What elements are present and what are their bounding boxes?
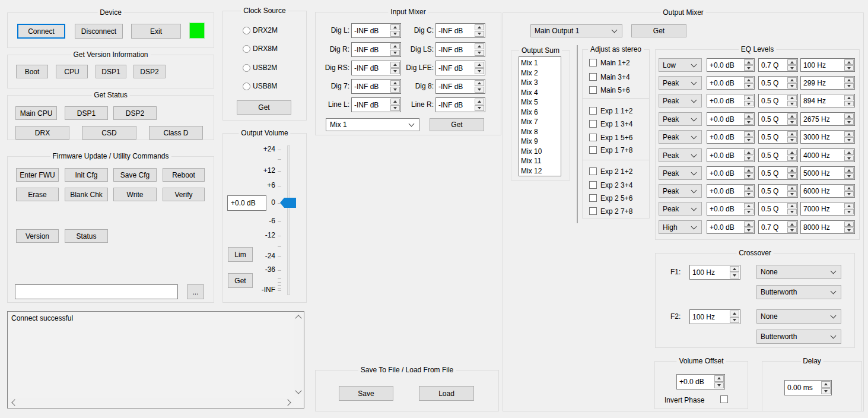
lim-button[interactable]: Lim — [228, 247, 253, 262]
spinner-down-icon[interactable] — [744, 156, 753, 161]
eq-row-5-freq-spinner[interactable]: 3000 Hz — [800, 130, 855, 144]
spinner-down-icon[interactable] — [744, 83, 753, 88]
dig-7-level-spinner[interactable]: -INF dB — [351, 79, 401, 94]
spinner-down-icon[interactable] — [744, 119, 753, 125]
spinner-down-icon[interactable] — [744, 101, 753, 106]
spinner-up-icon[interactable] — [744, 167, 753, 173]
dig-lfe-level-spinner[interactable]: -INF dB — [435, 61, 485, 75]
spinner-down-icon[interactable] — [744, 191, 753, 197]
eq-row-3-q-spinner[interactable]: 0.5 Q — [758, 94, 798, 107]
f1-type-combo[interactable]: Butterworth — [756, 285, 841, 299]
radio-usb2m[interactable] — [243, 64, 250, 72]
dsp1-version-button[interactable]: DSP1 — [96, 65, 126, 78]
spinner-down-icon[interactable] — [730, 317, 739, 323]
spinner-up-icon[interactable] — [844, 185, 854, 191]
mix-select-combo[interactable]: Mix 1 — [326, 118, 419, 131]
list-item[interactable]: Mix 9 — [521, 137, 561, 147]
spinner-up-icon[interactable] — [475, 99, 484, 104]
spinner-up-icon[interactable] — [744, 185, 753, 191]
spinner-up-icon[interactable] — [744, 113, 753, 119]
spinner-up-icon[interactable] — [475, 24, 484, 30]
clock-get-button[interactable]: Get — [237, 100, 291, 115]
delay-spinner[interactable]: 0.00 ms — [784, 380, 832, 395]
eq-row-9-freq-spinner[interactable]: 7000 Hz — [800, 202, 855, 216]
spinner-up-icon[interactable] — [787, 150, 797, 155]
list-item[interactable]: Mix 7 — [521, 117, 561, 127]
stereo-checkbox-exp1-5-6[interactable] — [589, 134, 597, 141]
eq-row-3-gain-spinner[interactable]: +0.0 dB — [707, 94, 755, 107]
exit-button[interactable]: Exit — [131, 24, 181, 39]
spinner-up-icon[interactable] — [390, 99, 400, 104]
spinner-up-icon[interactable] — [787, 77, 797, 83]
eq-row-2-gain-spinner[interactable]: +0.0 dB — [707, 76, 755, 90]
spinner-down-icon[interactable] — [844, 191, 854, 197]
spinner-down-icon[interactable] — [844, 227, 854, 233]
list-item[interactable]: Mix 1 — [521, 58, 561, 68]
spinner-down-icon[interactable] — [787, 137, 797, 142]
cpu-version-button[interactable]: CPU — [56, 65, 88, 78]
spinner-down-icon[interactable] — [475, 50, 484, 56]
stereo-checkbox-exp1-7-8[interactable] — [589, 146, 597, 154]
eq-row-9-type-combo[interactable]: Peak — [659, 202, 702, 216]
scroll-up-icon[interactable] — [295, 315, 301, 321]
eq-row-1-type-combo[interactable]: Low — [659, 58, 702, 72]
spinner-down-icon[interactable] — [844, 173, 854, 179]
spinner-down-icon[interactable] — [787, 101, 797, 106]
spinner-down-icon[interactable] — [475, 68, 484, 74]
spinner-up-icon[interactable] — [844, 59, 854, 65]
eq-row-2-q-spinner[interactable]: 0.5 Q — [758, 76, 798, 90]
eq-row-1-freq-spinner[interactable]: 100 Hz — [800, 58, 855, 72]
list-item[interactable]: Mix 8 — [521, 127, 561, 137]
firmware-file-input[interactable] — [15, 284, 178, 299]
spinner-up-icon[interactable] — [787, 221, 797, 227]
list-item[interactable]: Mix 5 — [521, 97, 561, 107]
connect-button[interactable]: Connect — [17, 24, 65, 39]
spinner-up-icon[interactable] — [844, 221, 854, 227]
spinner-down-icon[interactable] — [787, 65, 797, 71]
eq-row-8-q-spinner[interactable]: 0.5 Q — [758, 184, 798, 198]
spinner-up-icon[interactable] — [787, 185, 797, 191]
spinner-down-icon[interactable] — [390, 68, 400, 74]
log-listbox[interactable]: Connect successful — [7, 311, 304, 408]
eq-row-10-gain-spinner[interactable]: +0.0 dB — [707, 220, 755, 234]
spinner-down-icon[interactable] — [730, 273, 739, 278]
stereo-checkbox-main-3-4[interactable] — [589, 73, 597, 81]
dig-8-level-spinner[interactable]: -INF dB — [435, 79, 485, 94]
log-vertical-scrollbar[interactable] — [294, 312, 303, 398]
eq-row-6-type-combo[interactable]: Peak — [659, 148, 702, 162]
f1-freq-spinner[interactable]: 100 Hz — [689, 265, 740, 280]
scroll-down-icon[interactable] — [295, 387, 301, 394]
output-select-combo[interactable]: Main Output 1 — [530, 24, 622, 37]
spinner-down-icon[interactable] — [787, 83, 797, 88]
f2-type-combo[interactable]: Butterworth — [756, 330, 841, 344]
main-cpu-status-button[interactable]: Main CPU — [15, 106, 57, 120]
spinner-up-icon[interactable] — [744, 131, 753, 137]
spinner-up-icon[interactable] — [475, 43, 484, 49]
eq-row-9-gain-spinner[interactable]: +0.0 dB — [707, 202, 755, 216]
spinner-down-icon[interactable] — [714, 382, 724, 389]
eq-row-6-gain-spinner[interactable]: +0.0 dB — [707, 148, 755, 162]
spinner-up-icon[interactable] — [787, 167, 797, 173]
line-r-level-spinner[interactable]: -INF dB — [435, 97, 485, 112]
status-button[interactable]: Status — [65, 229, 108, 243]
spinner-down-icon[interactable] — [787, 119, 797, 125]
f1-filter-combo[interactable]: None — [756, 265, 841, 279]
stereo-checkbox-exp2-5-6[interactable] — [589, 194, 597, 202]
class-d-status-button[interactable]: Class D — [149, 126, 203, 140]
spinner-up-icon[interactable] — [787, 95, 797, 100]
stereo-checkbox-exp1-3-4[interactable] — [589, 120, 597, 128]
eq-row-7-gain-spinner[interactable]: +0.0 dB — [707, 166, 755, 180]
spinner-up-icon[interactable] — [844, 95, 854, 100]
eq-row-7-freq-spinner[interactable]: 5000 Hz — [800, 166, 855, 180]
spinner-down-icon[interactable] — [390, 31, 400, 37]
spinner-up-icon[interactable] — [744, 95, 753, 100]
spinner-down-icon[interactable] — [744, 173, 753, 179]
spinner-up-icon[interactable] — [730, 311, 739, 316]
output-volume-value[interactable]: +0.0 dB — [227, 195, 266, 211]
eq-row-10-type-combo[interactable]: High — [659, 220, 702, 234]
save-button[interactable]: Save — [339, 386, 393, 401]
stereo-checkbox-exp2-1-2[interactable] — [589, 167, 597, 175]
eq-row-6-freq-spinner[interactable]: 4000 Hz — [800, 148, 855, 162]
eq-row-3-type-combo[interactable]: Peak — [659, 94, 702, 107]
input-mixer-get-button[interactable]: Get — [430, 118, 484, 131]
